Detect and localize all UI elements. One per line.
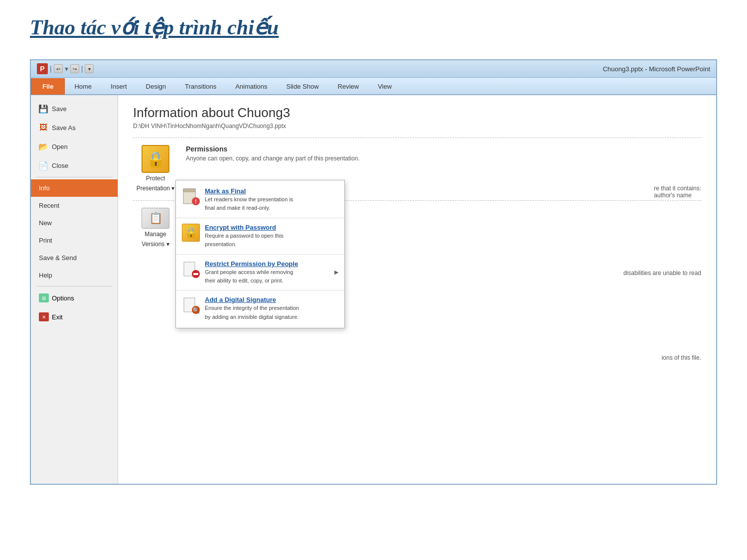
restrict-text: Restrict Permission by People Grant peop… xyxy=(205,260,329,285)
sidebar-item-savesend-label: Save & Send xyxy=(39,254,77,262)
mark-final-text: Mark as Final Let readers know the prese… xyxy=(205,187,338,212)
right-col-text-1: re that it contains: author's name xyxy=(654,185,701,199)
protect-dropdown-menu: ! Mark as Final Let readers know the pre… xyxy=(175,180,345,328)
sidebar-item-options[interactable]: ⊞ Options xyxy=(31,288,118,307)
tab-transitions[interactable]: Transitions xyxy=(175,78,226,95)
tab-animations[interactable]: Animations xyxy=(226,78,277,95)
divider-top xyxy=(133,138,701,138)
mark-final-icon: ! xyxy=(182,187,200,205)
encrypt-text: Encrypt with Password Require a password… xyxy=(205,224,338,249)
separator: | xyxy=(50,65,52,73)
protect-presentation-button[interactable]: 🔒 Protect Presentation ▾ xyxy=(133,145,178,192)
info-path: D:\ĐH VINH\TinHocNhomNganh\QuangVD\Chuon… xyxy=(133,123,701,130)
sidebar-item-options-label: Options xyxy=(52,294,74,302)
sidebar-item-print[interactable]: Print xyxy=(31,232,118,249)
sidebar-item-close[interactable]: 📄 Close xyxy=(31,156,118,175)
manage-versions-icon: 📋 xyxy=(142,208,169,229)
title-bar: P | ↩ ▾ ↪ | ▾ Chuong3.pptx - Microsoft P… xyxy=(31,60,716,78)
sidebar-item-info[interactable]: Info xyxy=(31,179,118,197)
mark-final-desc1: Let readers know the presentation is xyxy=(205,196,338,203)
sidebar-item-save-label: Save xyxy=(52,105,67,113)
sidebar-item-savesend[interactable]: Save & Send xyxy=(31,249,118,267)
sep3: | xyxy=(81,65,83,73)
permissions-title: Permissions xyxy=(186,145,701,153)
protect-section: 🔒 Protect Presentation ▾ Permissions Any… xyxy=(133,145,701,192)
sidebar-divider-1 xyxy=(36,177,113,177)
ribbon-tabs: File Home Insert Design Transitions Anim… xyxy=(31,78,716,95)
customize-button[interactable]: ▾ xyxy=(85,64,94,73)
right-col-text-2: disabilities are unable to read xyxy=(623,270,701,277)
exit-icon: ✕ xyxy=(39,312,49,321)
protect-icon: 🔒 xyxy=(142,145,169,173)
sidebar-item-new[interactable]: New xyxy=(31,214,118,232)
manage-versions-label1: Manage xyxy=(145,231,166,239)
digital-sig-title: Add a Digital Signature xyxy=(205,296,338,303)
open-icon: 📂 xyxy=(39,142,48,151)
dropdown-divider-2 xyxy=(176,254,344,255)
dropdown-divider-3 xyxy=(176,290,344,290)
sidebar-item-exit[interactable]: ✕ Exit xyxy=(31,307,118,326)
protect-label-line1: Protect xyxy=(146,175,165,183)
digital-sig-icon: 🔍 xyxy=(182,296,200,314)
restrict-desc1: Grant people access while removing xyxy=(205,269,329,276)
dropdown-item-restrict[interactable]: Restrict Permission by People Grant peop… xyxy=(176,256,344,289)
tab-home[interactable]: Home xyxy=(65,78,101,95)
right-text-1a: re that it contains: xyxy=(654,185,701,192)
title-bar-left: P | ↩ ▾ ↪ | ▾ xyxy=(37,63,94,74)
main-content: 💾 Save 🖼 Save As 📂 Open 📄 Close Info Rec… xyxy=(31,95,716,484)
sidebar-item-exit-label: Exit xyxy=(52,313,63,321)
digital-sig-desc2: by adding an invisible digital signature… xyxy=(205,313,338,321)
svg-rect-1 xyxy=(183,189,195,192)
sidebar-item-help-label: Help xyxy=(39,272,52,279)
undo-button[interactable]: ↩ xyxy=(54,64,63,73)
mark-final-desc2: final and make it read-only. xyxy=(205,204,338,212)
sidebar-item-info-label: Info xyxy=(39,184,50,192)
dropdown-item-mark-final[interactable]: ! Mark as Final Let readers know the pre… xyxy=(176,183,344,216)
saveas-icon: 🖼 xyxy=(39,123,48,132)
right-panel: Information about Chuong3 D:\ĐH VINH\Tin… xyxy=(118,95,716,484)
powerpoint-window: P | ↩ ▾ ↪ | ▾ Chuong3.pptx - Microsoft P… xyxy=(30,59,717,485)
sidebar-item-save[interactable]: 💾 Save xyxy=(31,99,118,118)
svg-text:🔍: 🔍 xyxy=(192,306,200,314)
tab-design[interactable]: Design xyxy=(137,78,175,95)
page-title: Thao tác với tệp trình chiếu xyxy=(0,0,747,49)
permissions-desc: Anyone can open, copy, and change any pa… xyxy=(186,155,701,162)
manage-versions-button[interactable]: 📋 Manage Versions ▾ xyxy=(133,208,178,248)
sidebar-item-recent[interactable]: Recent xyxy=(31,197,118,214)
svg-text:!: ! xyxy=(195,199,196,204)
restrict-icon xyxy=(182,260,200,278)
sidebar-divider-2 xyxy=(36,286,113,286)
sidebar-item-saveas[interactable]: 🖼 Save As xyxy=(31,118,118,137)
sidebar-item-open[interactable]: 📂 Open xyxy=(31,137,118,156)
restrict-title: Restrict Permission by People xyxy=(205,260,329,268)
protect-label-line2: Presentation ▾ xyxy=(137,185,175,193)
mark-final-title: Mark as Final xyxy=(205,187,338,195)
encrypt-desc1: Require a password to open this xyxy=(205,232,338,240)
tab-file[interactable]: File xyxy=(31,78,65,95)
right-text-1b: author's name xyxy=(654,192,701,199)
options-icon: ⊞ xyxy=(39,293,49,302)
sidebar-item-print-label: Print xyxy=(39,237,52,244)
right-col-text-3: ions of this file. xyxy=(662,354,701,361)
digital-sig-desc1: Ensure the integrity of the presentation xyxy=(205,304,338,312)
manage-versions-label2: Versions ▾ xyxy=(142,241,169,249)
tab-insert[interactable]: Insert xyxy=(101,78,137,95)
dropdown-item-digital-sig[interactable]: 🔍 Add a Digital Signature Ensure the int… xyxy=(176,292,344,325)
sidebar-item-saveas-label: Save As xyxy=(52,124,76,132)
encrypt-desc2: presentation. xyxy=(205,241,338,248)
digital-sig-text: Add a Digital Signature Ensure the integ… xyxy=(205,296,338,321)
close-icon: 📄 xyxy=(39,161,48,170)
tab-view[interactable]: View xyxy=(368,78,401,95)
tab-slideshow[interactable]: Slide Show xyxy=(277,78,328,95)
redo-button[interactable]: ↪ xyxy=(70,64,79,73)
encrypt-icon: 🔒 xyxy=(182,224,200,242)
sep2: ▾ xyxy=(65,65,68,73)
tab-review[interactable]: Review xyxy=(328,78,369,95)
sidebar-item-close-label: Close xyxy=(52,162,68,169)
restrict-submenu-arrow: ▶ xyxy=(334,269,338,276)
app-icon: P xyxy=(37,63,48,74)
sidebar-item-recent-label: Recent xyxy=(39,202,59,209)
sidebar-item-help[interactable]: Help xyxy=(31,267,118,284)
dropdown-item-encrypt[interactable]: 🔒 Encrypt with Password Require a passwo… xyxy=(176,220,344,253)
window-title: Chuong3.pptx - Microsoft PowerPoint xyxy=(603,65,710,73)
